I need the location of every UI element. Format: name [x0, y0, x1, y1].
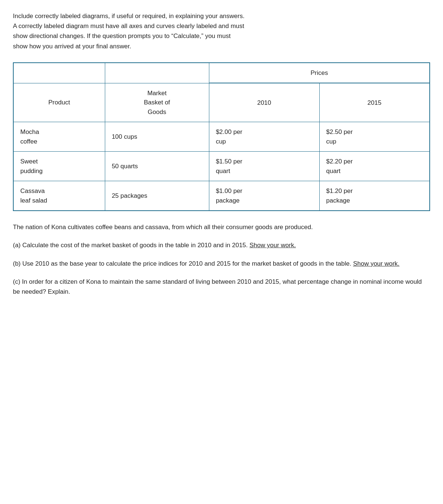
- question-a-text: (a) Calculate the cost of the market bas…: [13, 242, 248, 249]
- column-headers-row: Product MarketBasket ofGoods 2010 2015: [13, 83, 430, 122]
- prices-table: Prices Product MarketBasket ofGoods 2010…: [13, 62, 430, 211]
- row-pudding: Sweetpudding 50 quarts $1.50 perquart $2…: [13, 152, 430, 181]
- intro-line2: A correctly labeled diagram must have al…: [13, 23, 244, 30]
- empty-top-market: [105, 63, 209, 83]
- row-cassava: Cassavaleaf salad 25 packages $1.00 perp…: [13, 181, 430, 211]
- price2010-cassava: $1.00 perpackage: [209, 181, 319, 211]
- prices-header-row: Prices: [13, 63, 430, 83]
- basket-mocha: 100 cups: [105, 122, 209, 152]
- basket-cassava: 25 packages: [105, 181, 209, 211]
- prices-label: Prices: [209, 63, 430, 83]
- header-market-basket: MarketBasket ofGoods: [105, 83, 209, 122]
- data-table-wrapper: Prices Product MarketBasket ofGoods 2010…: [13, 62, 430, 211]
- price2015-cassava: $1.20 perpackage: [319, 181, 430, 211]
- price2015-pudding: $2.20 perquart: [319, 152, 430, 181]
- basket-pudding: 50 quarts: [105, 152, 209, 181]
- product-pudding: Sweetpudding: [13, 152, 105, 181]
- price2010-mocha: $2.00 percup: [209, 122, 319, 152]
- intro-paragraph: Include correctly labeled diagrams, if u…: [13, 11, 430, 51]
- intro-line4: show how you arrived at your final answe…: [13, 43, 131, 50]
- question-b-text: (b) Use 2010 as the base year to calcula…: [13, 260, 351, 267]
- product-cassava: Cassavaleaf salad: [13, 181, 105, 211]
- question-a-show: Show your work.: [250, 242, 296, 249]
- question-a: (a) Calculate the cost of the market bas…: [13, 240, 430, 250]
- row-mocha: Mochacoffee 100 cups $2.00 percup $2.50 …: [13, 122, 430, 152]
- header-2010: 2010: [209, 83, 319, 122]
- header-product: Product: [13, 83, 105, 122]
- empty-top-left: [13, 63, 105, 83]
- intro-line3: show directional changes. If the questio…: [13, 32, 231, 39]
- question-b-show: Show your work.: [353, 260, 399, 267]
- price2010-pudding: $1.50 perquart: [209, 152, 319, 181]
- question-c: (c) In order for a citizen of Kona to ma…: [13, 277, 430, 297]
- header-2015: 2015: [319, 83, 430, 122]
- question-b: (b) Use 2010 as the base year to calcula…: [13, 259, 430, 269]
- intro-line1: Include correctly labeled diagrams, if u…: [13, 13, 244, 20]
- nation-text: The nation of Kona cultivates coffee bea…: [13, 222, 430, 232]
- price2015-mocha: $2.50 percup: [319, 122, 430, 152]
- product-mocha: Mochacoffee: [13, 122, 105, 152]
